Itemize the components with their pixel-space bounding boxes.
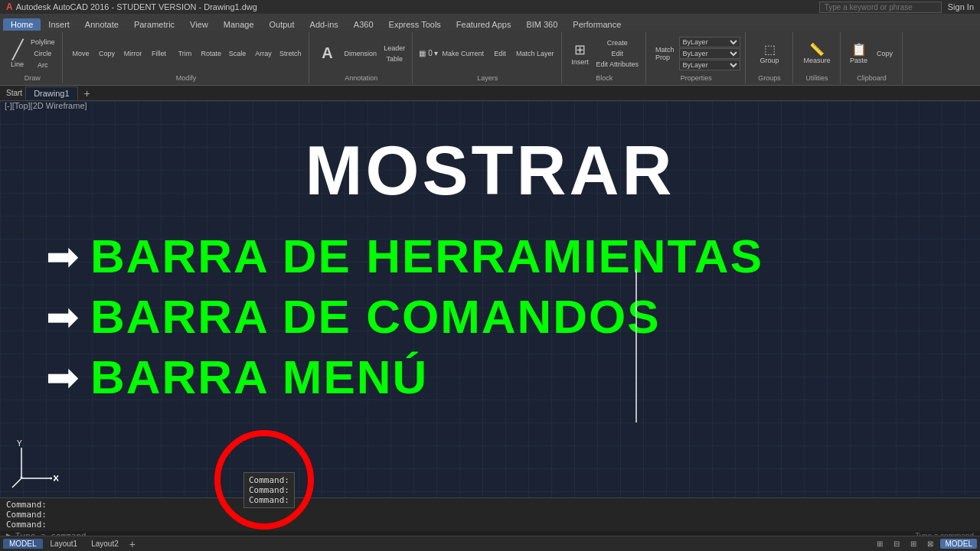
main-title: MOSTRAR [305, 132, 675, 210]
dimension-button[interactable]: Dimension [341, 48, 381, 59]
fillet-button[interactable]: Fillet [147, 48, 172, 59]
tab-parametric[interactable]: Parametric [126, 18, 182, 31]
annotation-tools: A Dimension Leader Table [315, 34, 408, 73]
svg-line-4 [12, 478, 21, 487]
stretch-button[interactable]: Stretch [277, 48, 304, 59]
clipboard-label: Clipboard [857, 74, 887, 82]
cmd-line-1: Command: [6, 500, 974, 510]
main-content: MOSTRAR ➡ BARRA DE HERRAMIENTAS ➡ BARRA … [0, 101, 980, 513]
bottom-tabs: MODEL Layout1 Layout2 + ⊞ ⊟ ⊞ ⊠ MODEL [0, 536, 980, 551]
array-button[interactable]: Array [251, 48, 276, 59]
command-bar: Command: Command: Command: ▶ Type a comm… [0, 497, 980, 536]
group-button[interactable]: ⬚ Group [757, 41, 782, 66]
group-icon: ⬚ [764, 42, 776, 57]
ribbon-group-clipboard: 📋 Paste Copy Clipboard [842, 32, 903, 83]
bylayer-lineweight-select[interactable]: ByLayer [679, 60, 740, 70]
copy-button[interactable]: Copy [95, 48, 119, 59]
command-line-3: Command: [249, 495, 289, 505]
grid-toggle[interactable]: ⊟ [890, 539, 903, 549]
edit-button[interactable]: Edit [488, 48, 512, 59]
copy-clipboard-button[interactable]: Copy [873, 48, 897, 59]
model-status-button[interactable]: MODEL [940, 539, 977, 549]
arrow-item-2: ➡ BARRA DE COMANDOS [0, 289, 980, 344]
table-button[interactable]: Table [381, 54, 407, 64]
tab-view[interactable]: View [182, 18, 216, 31]
layout2-tab[interactable]: Layout2 [85, 539, 125, 549]
layer-dropdown[interactable]: 0 ▾ [428, 49, 438, 57]
bylayer-linetype-select[interactable]: ByLayer [679, 48, 740, 59]
command-output: Command: Command: Command: [0, 498, 980, 531]
ribbon-group-annotation: A Dimension Leader Table Annotation [311, 32, 413, 83]
circle-button[interactable]: Circle [28, 48, 57, 59]
autocad-logo: A [6, 2, 13, 12]
polar-toggle[interactable]: ⊠ [923, 539, 937, 549]
snap-toggle[interactable]: ⊞ [873, 539, 887, 549]
polyline-button[interactable]: Polyline [28, 37, 57, 47]
rotate-button[interactable]: Rotate [199, 48, 224, 59]
item-text-3: BARRA MENÚ [90, 350, 428, 404]
drawing1-tab[interactable]: Drawing1 [25, 86, 77, 99]
ribbon-group-layers: ▦ 0 ▾ Make Current Edit Match Layer Laye… [414, 32, 561, 83]
utilities-label: Utilities [806, 74, 828, 82]
match-properties-button[interactable]: MatchProp [652, 44, 678, 63]
arrow-item-3: ➡ BARRA MENÚ [0, 350, 980, 404]
title-bar-right: Sign In [819, 2, 974, 13]
svg-marker-6 [51, 477, 52, 480]
add-layout-button[interactable]: + [126, 538, 139, 550]
create-button[interactable]: Create [594, 37, 642, 48]
edit-block-button[interactable]: Edit [594, 48, 642, 59]
tab-insert[interactable]: Insert [41, 18, 77, 31]
title-bar: A Autodesk AutoCAD 2016 - STUDENT VERSIO… [0, 0, 980, 14]
drawing-area[interactable]: MOSTRAR ➡ BARRA DE HERRAMIENTAS ➡ BARRA … [0, 101, 980, 513]
layout1-tab[interactable]: Layout1 [44, 539, 84, 549]
ribbon-group-groups: ⬚ Group Groups [747, 32, 793, 83]
tab-home[interactable]: Home [3, 18, 41, 31]
make-current-button[interactable]: Make Current [440, 48, 487, 59]
insert-button[interactable]: ⊞ Insert [568, 40, 593, 67]
tab-manage[interactable]: Manage [216, 18, 262, 31]
text-button[interactable]: A [315, 43, 340, 64]
ortho-toggle[interactable]: ⊞ [906, 539, 920, 549]
arc-button[interactable]: Arc [28, 60, 57, 70]
model-tab[interactable]: MODEL [3, 539, 43, 549]
start-tab[interactable]: Start [3, 88, 25, 98]
line-button[interactable]: ╱ Line [8, 37, 27, 70]
draw-label: Draw [24, 74, 41, 82]
item-text-2: BARRA DE COMANDOS [90, 289, 661, 344]
edit-attributes-button[interactable]: Edit Attributes [594, 59, 642, 70]
move-button[interactable]: Move [69, 48, 93, 59]
sign-in-button[interactable]: Sign In [948, 2, 974, 11]
tab-annotate[interactable]: Annotate [77, 18, 126, 31]
command-popup: Command: Command: Command: [243, 472, 295, 508]
leader-button[interactable]: Leader [381, 43, 407, 54]
block-label: Block [596, 74, 612, 82]
ribbon-group-modify: Move Copy Mirror Fillet Trim Rotate Scal… [64, 32, 309, 83]
tab-performance[interactable]: Performance [565, 18, 629, 31]
modify-tools: Move Copy Mirror Fillet Trim Rotate Scal… [69, 34, 304, 73]
arrow-item-1: ➡ BARRA DE HERRAMIENTAS [0, 229, 980, 283]
paste-button[interactable]: 📋 Paste [847, 41, 871, 66]
new-drawing-button[interactable]: + [80, 87, 95, 99]
tab-bim[interactable]: BIM 360 [518, 18, 565, 31]
search-input[interactable] [819, 2, 942, 13]
clipboard-tools: 📋 Paste Copy [847, 34, 897, 73]
tab-a360[interactable]: A360 [346, 18, 381, 31]
status-bar-right: ⊞ ⊟ ⊞ ⊠ MODEL [873, 539, 977, 549]
layer-icon: ▦ [419, 49, 426, 57]
measure-button[interactable]: 📏 Measure [801, 41, 834, 66]
svg-text:X: X [54, 474, 59, 483]
properties-tools: MatchProp ByLayer ByLayer ByLayer [652, 34, 740, 73]
tab-featured[interactable]: Featured Apps [449, 18, 519, 31]
tab-output[interactable]: Output [262, 18, 302, 31]
match-layer-button[interactable]: Match Layer [514, 48, 557, 59]
mirror-button[interactable]: Mirror [121, 48, 145, 59]
tab-express[interactable]: Express Tools [381, 18, 449, 31]
bylayer-color-select[interactable]: ByLayer [679, 37, 740, 47]
scale-button[interactable]: Scale [225, 48, 250, 59]
trim-button[interactable]: Trim [173, 48, 198, 59]
modify-label: Modify [176, 74, 197, 82]
groups-tools: ⬚ Group [757, 34, 782, 73]
tab-addins[interactable]: Add-ins [302, 18, 346, 31]
cmd-line-3: Command: [6, 520, 974, 530]
axes-indicator: Y X [6, 432, 67, 494]
